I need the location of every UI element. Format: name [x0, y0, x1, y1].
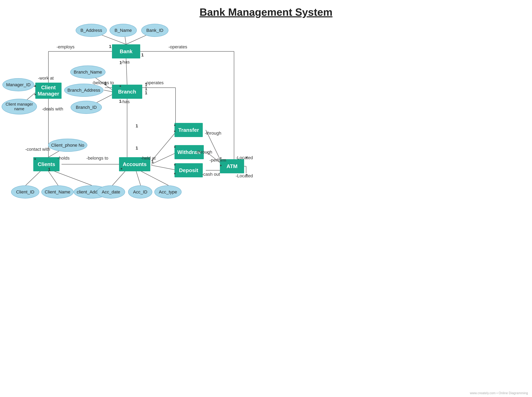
- rel-deals-with: -deals with: [42, 106, 63, 112]
- rel-located-2: -Located: [236, 173, 253, 179]
- mult-1-withdraw: 1: [136, 145, 138, 151]
- mult-star-atm-4: *: [246, 173, 247, 178]
- attr-client-phone: Client_phone No: [48, 139, 87, 152]
- mult-1-bank-branch: 1: [109, 44, 111, 49]
- entity-deposit: Deposit: [175, 163, 203, 177]
- mult-1-deposit: 1: [151, 159, 154, 164]
- rel-holds: -holds: [57, 155, 70, 161]
- mult-star-atm-2: *: [220, 164, 222, 169]
- attr-bank-id: Bank_ID: [141, 24, 168, 37]
- attr-client-id: Client_ID: [11, 185, 39, 198]
- rel-cash-out: -cash out: [202, 172, 220, 177]
- attr-b-name: B_Name: [109, 24, 137, 37]
- rel-through-transfer: -through: [205, 130, 221, 136]
- attr-manager-id: Manager_ID: [2, 78, 34, 91]
- rel-belongs-to-acc: -belongs to: [86, 155, 108, 161]
- mult-star-cm-1: *: [34, 84, 36, 89]
- mult-star-deposit: *: [174, 163, 176, 168]
- mult-1-bank-right: 1: [141, 52, 144, 58]
- mult-star-transfer: *: [174, 123, 176, 129]
- mult-star-transfer-2: *: [174, 129, 176, 135]
- rel-has-branch: -has: [121, 99, 130, 104]
- attr-acc-type: Acc_type: [154, 185, 182, 198]
- rel-has-bank: -has: [121, 59, 130, 65]
- entity-transfer: Transfer: [175, 123, 203, 137]
- rel-contact-with: -contact with: [25, 147, 50, 152]
- mult-1-branch-has: 1: [119, 99, 121, 104]
- entity-client-manager: Client Manager: [35, 83, 62, 99]
- rel-through-withdraw: -through: [196, 149, 212, 155]
- rel-perform: -perform: [209, 158, 226, 163]
- rel-located-1: -Located: [236, 155, 253, 161]
- rel-operates-branch: -operates: [145, 80, 164, 86]
- mult-star-branch: *: [120, 84, 121, 89]
- attr-acc-date: Acc_date: [97, 185, 125, 198]
- entity-clients: Clients: [33, 157, 59, 171]
- rel-employs: -employs: [57, 44, 75, 50]
- mult-1-transfer: 1: [136, 123, 138, 129]
- attr-b-address: B_Address: [76, 24, 107, 37]
- mult-star-accounts: *: [121, 167, 122, 172]
- mult-star-deposit-2: *: [174, 172, 176, 177]
- page-title: Bank Management System: [0, 0, 532, 18]
- attr-acc-id: Acc_ID: [128, 185, 152, 198]
- watermark: www.creately.com • Online Diagramming: [470, 391, 528, 395]
- attr-client-name: Client_Name: [41, 185, 74, 198]
- entity-branch: Branch: [112, 85, 142, 99]
- entity-bank: Bank: [112, 44, 140, 58]
- attr-branch-id: Branch_ID: [71, 101, 102, 114]
- mult-1-operates-3: 1: [145, 90, 147, 95]
- mult-star-clients: *: [34, 157, 36, 162]
- attr-branch-name: Branch_Name: [70, 66, 106, 79]
- mult-star-atm-3: *: [246, 155, 247, 161]
- mult-star-cm-2: *: [34, 93, 36, 98]
- mult-star-atm-1: *: [220, 156, 222, 161]
- attr-branch-address: Branch_Address: [64, 84, 103, 97]
- mult-1-has: 1: [120, 60, 122, 65]
- mult-1-clients: 1: [48, 167, 51, 172]
- mult-star-withdraw: *: [174, 145, 176, 150]
- rel-belongs-to: -belongs to: [92, 80, 114, 86]
- rel-work-at: -work at: [38, 75, 54, 81]
- attr-client-mgr-name: Client manager name: [2, 99, 37, 114]
- rel-operates-bank: -operates: [168, 44, 187, 50]
- mult-1-belongs: 1: [104, 81, 107, 86]
